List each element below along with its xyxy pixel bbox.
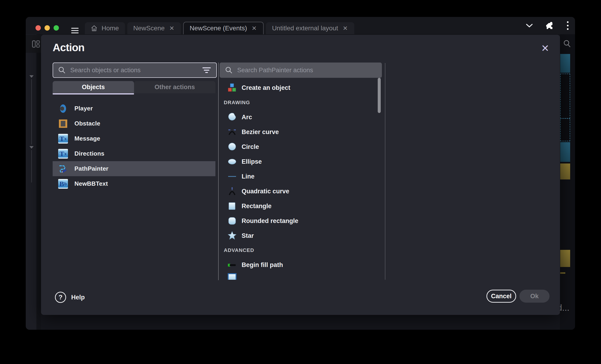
action-item-ellipse[interactable]: Ellipse (220, 154, 380, 169)
action-item-rounded-rectangle[interactable]: Rounded rectangle (220, 213, 380, 228)
action-label: Create an object (242, 84, 290, 91)
action-item-line[interactable]: Line (220, 169, 380, 184)
help-button[interactable]: ? Help (55, 292, 85, 303)
tab-label: Untitled external layout (272, 25, 338, 32)
action-dialog: Action ✕ Objects Other actions PlayerObs… (41, 35, 560, 315)
home-icon (91, 25, 97, 31)
actions-search-input[interactable] (237, 67, 381, 74)
actions-search-box (220, 63, 382, 78)
kebab-menu-icon[interactable] (567, 21, 569, 30)
object-item-directions[interactable]: TxDirections (53, 146, 215, 161)
tab-close-icon[interactable]: ✕ (169, 25, 175, 32)
expand-arrow-icon[interactable] (30, 146, 34, 149)
action-item-quadratic-curve[interactable]: Quadratic curve (220, 184, 380, 199)
title-bar: HomeNewScene✕NewScene (Events)✕Untitled … (26, 17, 575, 34)
selector-tabs: Objects Other actions (53, 81, 215, 93)
text-object-icon: Tx (58, 149, 68, 159)
screen: HomeNewScene✕NewScene (Events)✕Untitled … (0, 0, 601, 364)
extensions-icon (546, 21, 554, 30)
bezier-curve-icon (227, 127, 237, 137)
line-icon (227, 172, 237, 181)
editor-tab-newscene[interactable]: NewScene✕ (127, 22, 181, 34)
search-icon (563, 40, 571, 48)
search-icon (58, 67, 66, 74)
chevron-down-icon (526, 23, 533, 28)
action-label: Arc (242, 114, 252, 121)
rounded-rectangle-icon (227, 216, 237, 226)
editor-tab-home[interactable]: Home (85, 22, 125, 34)
action-item-create-an-object[interactable]: Create an object (220, 80, 380, 96)
tab-label: NewScene (Events) (190, 25, 247, 32)
gutter-strip (36, 34, 41, 330)
extensions-icon[interactable] (546, 21, 554, 30)
object-item-pathpainter[interactable]: PathPainter (53, 161, 215, 176)
action-item-circle[interactable]: Circle (220, 139, 380, 154)
object-item-newbbtext[interactable]: BbNewBBText (53, 176, 215, 191)
toolbar-right (526, 17, 569, 34)
tab-close-icon[interactable]: ✕ (342, 25, 348, 32)
filter-icon[interactable] (202, 67, 211, 73)
layout-icon (32, 40, 40, 48)
action-label: Ellipse (242, 158, 262, 165)
clipped-item-icon (227, 272, 237, 280)
cancel-button[interactable]: Cancel (486, 290, 516, 303)
ok-button[interactable]: Ok (519, 290, 550, 303)
help-label: Help (71, 294, 85, 301)
group-header: ADVANCED (220, 243, 380, 258)
event-block-small (560, 272, 565, 274)
expand-arrow-icon[interactable] (30, 75, 34, 78)
window-control-close[interactable] (35, 25, 41, 30)
object-item-obstacle[interactable]: Obstacle (53, 116, 215, 131)
text-object-icon: Tx (58, 134, 68, 144)
action-label: Line (242, 173, 255, 180)
chevron-down-icon[interactable] (526, 23, 533, 28)
ellipse-icon (227, 157, 237, 166)
objects-search-input[interactable] (70, 67, 202, 74)
editor-tab-newscene-events-[interactable]: NewScene (Events)✕ (183, 22, 264, 34)
player-icon (58, 104, 68, 114)
tab-label: NewScene (133, 25, 165, 32)
action-item-arc[interactable]: Arc (220, 110, 380, 125)
action-item-begin-fill-path[interactable]: Begin fill path (220, 258, 380, 272)
kebab-menu-icon (567, 21, 569, 30)
panel-divider (218, 63, 219, 280)
arc-icon (227, 112, 237, 122)
object-label: Directions (74, 150, 104, 157)
event-block (560, 250, 570, 267)
editor-tab-untitled-external-layout[interactable]: Untitled external layout✕ (266, 22, 354, 34)
action-item-bezier-curve[interactable]: Bezier curve (220, 125, 380, 139)
tab-label: Home (101, 25, 119, 32)
window-control-zoom[interactable] (54, 25, 59, 30)
close-icon[interactable]: ✕ (539, 42, 551, 54)
tab-objects[interactable]: Objects (53, 81, 134, 93)
action-list: Create an objectDRAWINGArcBezier curveCi… (220, 80, 380, 280)
scrollbar-thumb[interactable] (378, 78, 381, 113)
tab-other-actions[interactable]: Other actions (134, 81, 215, 93)
object-label: Message (74, 135, 100, 142)
list-divider (385, 63, 385, 280)
dialog-title: Action (53, 41, 84, 54)
object-item-message[interactable]: TxMessage (53, 131, 215, 146)
create-object-icon (227, 83, 237, 93)
event-block (560, 163, 570, 180)
main-menu-button[interactable] (71, 28, 79, 33)
object-item-player[interactable]: Player (53, 101, 215, 116)
action-label: Rectangle (242, 203, 271, 210)
tab-close-icon[interactable]: ✕ (251, 25, 257, 32)
obstacle-icon (58, 119, 68, 128)
window-control-minimize[interactable] (45, 25, 50, 30)
event-block (560, 54, 570, 73)
app-window: HomeNewScene✕NewScene (Events)✕Untitled … (26, 17, 575, 330)
action-item-rectangle[interactable]: Rectangle (220, 199, 380, 213)
object-label: Player (74, 105, 93, 112)
action-item-clipped[interactable] (220, 272, 380, 280)
bbtext-icon: Bb (58, 179, 68, 189)
action-item-star[interactable]: Star (220, 228, 380, 243)
object-list: PlayerObstacleTxMessageTxDirectionsPathP… (53, 101, 215, 191)
action-label: Rounded rectangle (242, 217, 298, 225)
text-object-icon: Tx (58, 134, 68, 144)
group-header: DRAWING (220, 96, 380, 110)
tree-guide-line (31, 150, 32, 182)
event-block-divider (560, 118, 570, 119)
circle-icon (227, 142, 237, 152)
